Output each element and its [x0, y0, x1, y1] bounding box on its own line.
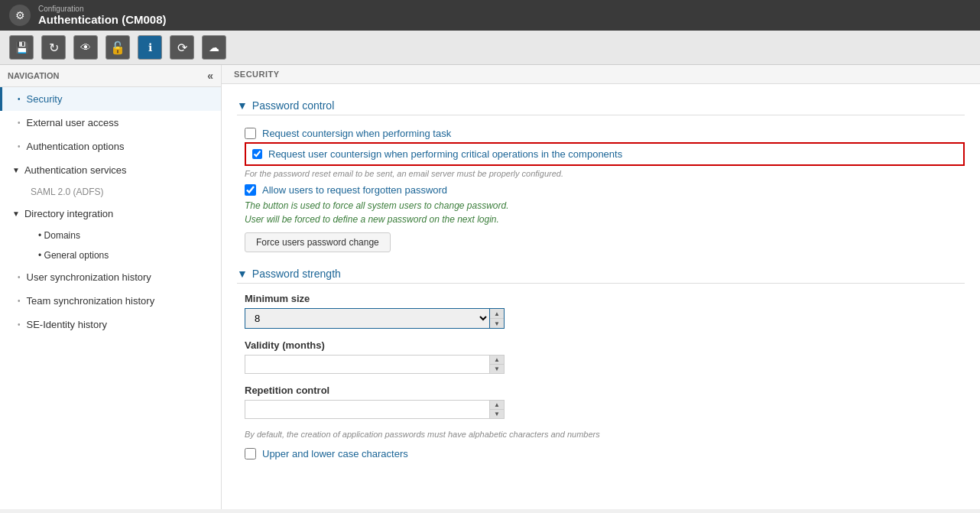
upper-lower-label[interactable]: Upper and lower case characters [262, 448, 408, 459]
validity-input[interactable] [245, 355, 489, 374]
bullet-icon: • [18, 320, 21, 329]
app-logo: ⚙ [9, 5, 31, 26]
repetition-label: Repetition control [245, 385, 965, 396]
sidebar-item-label: SE-Identity history [27, 319, 108, 330]
content-area: ▼ Password control Request countersign w… [222, 84, 980, 487]
force-hint-line1: The button is used to force all system u… [245, 200, 509, 211]
allow-forgotten-label[interactable]: Allow users to request forgotten passwor… [262, 184, 447, 196]
toolbar: 💾 ↻ 👁 🔓 ℹ ⟳ ☁ [0, 31, 980, 65]
expand-arrow-icon: ▼ [12, 166, 20, 174]
sidebar-item-label: Domains [44, 230, 80, 241]
sidebar-item-saml-adfs[interactable]: SAML 2.0 (ADFS) [0, 182, 221, 202]
upper-lower-row: Upper and lower case characters [245, 445, 965, 463]
main-content: SECURITY ▼ Password control Request coun… [222, 65, 980, 509]
sidebar-item-label: Authentication options [27, 141, 125, 152]
repetition-input[interactable] [245, 400, 489, 419]
sidebar-item-authentication-options[interactable]: • Authentication options [0, 135, 221, 158]
info-button[interactable]: ℹ [138, 35, 162, 60]
minimum-size-spinner: ▲ ▼ [489, 308, 505, 329]
minimum-size-group: Minimum size 8 6 10 12 ▲ ▼ [245, 293, 965, 329]
collapse-arrow-icon: ▼ [237, 99, 248, 112]
sidebar-item-team-sync-history[interactable]: • Team synchronization history [0, 289, 221, 313]
repetition-decrement[interactable]: ▼ [490, 410, 504, 418]
sidebar-header: NAVIGATION « [0, 65, 221, 87]
password-control-title[interactable]: ▼ Password control [237, 96, 965, 115]
header-titles: Configuration Authentication (CM008) [38, 5, 167, 26]
sidebar: NAVIGATION « • Security • External user … [0, 65, 222, 509]
force-hint-text: The button is used to force all system u… [245, 199, 965, 226]
allow-forgotten-checkbox[interactable] [245, 184, 256, 196]
force-hint-line2: User will be forced to define a new pass… [245, 214, 499, 225]
sidebar-item-security[interactable]: • Security [0, 87, 221, 111]
minimum-size-select[interactable]: 8 6 10 12 [245, 308, 489, 329]
request-countersign-critical-checkbox[interactable] [252, 149, 262, 159]
request-countersign-checkbox[interactable] [245, 128, 256, 139]
app-name: Authentication (CM008) [38, 13, 167, 26]
force-password-change-button[interactable]: Force users password change [245, 232, 391, 252]
repetition-control: ▲ ▼ [245, 400, 505, 419]
info-text: For the password reset email to be sent,… [245, 169, 965, 178]
bullet-icon: • [18, 273, 21, 281]
sync-button[interactable]: ⟳ [170, 35, 194, 60]
sidebar-item-domains[interactable]: • Domains [0, 226, 221, 245]
request-countersign-critical-label[interactable]: Request user countersign when performing… [268, 148, 622, 160]
lock-button[interactable]: 🔓 [105, 35, 130, 60]
request-countersign-critical-row: Request user countersign when performing… [245, 142, 965, 166]
config-label: Configuration [38, 5, 167, 13]
repetition-increment[interactable]: ▲ [490, 401, 504, 410]
sidebar-item-directory-integration[interactable]: ▼ Directory integration [0, 202, 221, 226]
sidebar-item-general-options[interactable]: • General options [0, 245, 221, 265]
nav-list: • Security • External user access • Auth… [0, 87, 221, 336]
bottom-note: By default, the creation of application … [245, 430, 965, 439]
cloud-button[interactable]: ☁ [202, 35, 226, 60]
validity-control: ▲ ▼ [245, 355, 505, 374]
bullet-icon: • [18, 119, 21, 127]
repetition-spinner: ▲ ▼ [489, 400, 505, 419]
password-strength-label: Password strength [252, 268, 341, 280]
validity-label: Validity (months) [245, 339, 965, 351]
minimum-size-decrement[interactable]: ▼ [490, 319, 504, 328]
password-strength-title[interactable]: ▼ Password strength [237, 265, 965, 284]
save-button[interactable]: 💾 [9, 35, 34, 60]
sidebar-item-user-sync-history[interactable]: • User synchronization history [0, 265, 221, 289]
bullet-icon: • [18, 297, 21, 305]
minimum-size-label: Minimum size [245, 293, 965, 304]
sidebar-item-authentication-services[interactable]: ▼ Authentication services [0, 158, 221, 182]
collapse-sidebar-button[interactable]: « [207, 70, 213, 82]
bullet-icon: • [18, 142, 21, 151]
navigation-label: NAVIGATION [8, 71, 59, 80]
collapse-arrow-icon: ▼ [237, 268, 248, 280]
sidebar-item-se-identity-history[interactable]: • SE-Identity history [0, 313, 221, 336]
main-layout: NAVIGATION « • Security • External user … [0, 65, 980, 509]
bullet-icon: • [18, 95, 21, 103]
sidebar-item-external-user-access[interactable]: • External user access [0, 111, 221, 135]
sidebar-item-label: General options [44, 250, 109, 261]
password-control-section: ▼ Password control Request countersign w… [237, 96, 965, 252]
repetition-group: Repetition control ▲ ▼ [245, 385, 965, 419]
bullet-icon: • [38, 230, 41, 241]
password-strength-section: ▼ Password strength Minimum size 8 6 10 … [237, 265, 965, 463]
password-control-label: Password control [252, 99, 334, 112]
allow-forgotten-row: Allow users to request forgotten passwor… [245, 181, 965, 199]
sidebar-item-label: User synchronization history [27, 271, 151, 283]
validity-increment[interactable]: ▲ [490, 356, 504, 365]
request-countersign-row: Request countersign when performing task [245, 125, 965, 142]
app-header: ⚙ Configuration Authentication (CM008) [0, 0, 980, 31]
sidebar-item-label: Security [27, 93, 63, 105]
upper-lower-checkbox[interactable] [245, 448, 256, 459]
minimum-size-control: 8 6 10 12 ▲ ▼ [245, 308, 505, 329]
view-button[interactable]: 👁 [73, 35, 98, 60]
validity-spinner: ▲ ▼ [489, 355, 505, 374]
request-countersign-label[interactable]: Request countersign when performing task [262, 128, 451, 139]
sidebar-item-label: External user access [27, 117, 119, 128]
bullet-icon: • [38, 250, 41, 261]
validity-group: Validity (months) ▲ ▼ [245, 339, 965, 374]
sidebar-item-label: Team synchronization history [27, 295, 155, 307]
refresh-icon-button[interactable]: ↻ [41, 35, 66, 60]
section-header: SECURITY [222, 65, 980, 84]
sidebar-item-label: Authentication services [24, 164, 127, 176]
minimum-size-increment[interactable]: ▲ [490, 309, 504, 319]
sidebar-item-label: Directory integration [24, 208, 113, 219]
validity-decrement[interactable]: ▼ [490, 365, 504, 373]
gear-icon: ⚙ [15, 9, 25, 21]
